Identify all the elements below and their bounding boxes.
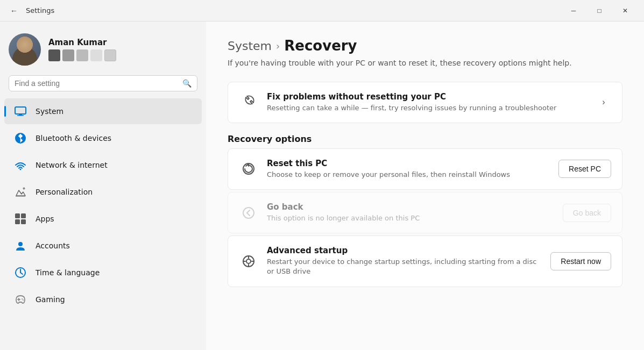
reset-pc-title: Reset this PC: [267, 159, 550, 168]
advanced-startup-card: Advanced startup Restart your device to …: [228, 235, 622, 287]
goback-button: Go back: [563, 204, 611, 222]
svg-rect-0: [15, 107, 26, 114]
reset-pc-desc: Choose to keep or remove your personal f…: [267, 170, 550, 180]
svg-point-17: [23, 299, 24, 301]
monitor-icon: [13, 104, 28, 119]
color-squares: [48, 49, 116, 61]
page-description: If you're having trouble with your PC or…: [228, 58, 622, 69]
sidebar-item-accounts[interactable]: Accounts: [4, 233, 202, 259]
goback-text: Go back This option is no longer availab…: [267, 202, 554, 223]
advanced-startup-row: Advanced startup Restart your device to …: [228, 236, 622, 286]
app-body: Aman Kumar 🔍: [0, 22, 644, 350]
svg-rect-9: [21, 219, 26, 224]
reset-pc-button[interactable]: Reset PC: [558, 160, 611, 178]
goback-row: Go back This option is no longer availab…: [228, 192, 622, 233]
svg-line-13: [20, 273, 23, 274]
sidebar-item-apps[interactable]: Apps: [4, 206, 202, 232]
breadcrumb: System › Recovery: [228, 38, 622, 54]
fix-problems-row: Fix problems without resetting your PC R…: [228, 82, 622, 123]
reset-pc-row: Reset this PC Choose to keep or remove y…: [228, 149, 622, 189]
svg-point-4: [20, 169, 22, 170]
minimize-button[interactable]: ─: [561, 2, 586, 19]
breadcrumb-parent: System: [228, 39, 272, 53]
svg-rect-8: [15, 219, 20, 224]
user-profile: Aman Kumar: [0, 28, 206, 75]
search-container: 🔍: [0, 75, 206, 98]
app-title: Settings: [26, 6, 54, 15]
fix-problems-card: Fix problems without resetting your PC R…: [228, 82, 622, 123]
sidebar-item-label-bluetooth: Bluetooth & devices: [36, 134, 111, 142]
fix-problems-text: Fix problems without resetting your PC R…: [267, 92, 588, 113]
title-bar-left: ← Settings: [6, 3, 54, 18]
color-square-1: [48, 49, 60, 61]
back-button[interactable]: ←: [6, 3, 22, 18]
advanced-startup-title: Advanced startup: [267, 246, 542, 255]
color-square-5: [104, 49, 116, 61]
sidebar-item-gaming[interactable]: Gaming: [4, 287, 202, 312]
accounts-icon: [13, 238, 28, 253]
color-square-3: [76, 49, 88, 61]
sidebar-item-label-system: System: [36, 107, 63, 116]
advanced-startup-text: Advanced startup Restart your device to …: [267, 246, 542, 276]
reset-pc-card: Reset this PC Choose to keep or remove y…: [228, 148, 622, 190]
search-input[interactable]: [15, 79, 178, 88]
sidebar-item-label-personalization: Personalization: [36, 188, 93, 196]
fix-problems-desc: Resetting can take a while — first, try …: [267, 103, 588, 113]
reset-pc-text: Reset this PC Choose to keep or remove y…: [267, 159, 550, 180]
sidebar-item-label-accounts: Accounts: [36, 241, 70, 250]
svg-rect-6: [15, 213, 20, 218]
personalization-icon: [13, 184, 28, 199]
breadcrumb-current: Recovery: [284, 38, 357, 54]
reset-pc-action: Reset PC: [558, 160, 611, 178]
sidebar-item-label-gaming: Gaming: [36, 295, 65, 304]
goback-card: Go back This option is no longer availab…: [228, 192, 622, 233]
search-box: 🔍: [9, 75, 197, 91]
maximize-button[interactable]: □: [587, 2, 612, 19]
goback-action: Go back: [563, 204, 611, 222]
advanced-startup-icon: [239, 252, 258, 271]
sidebar-item-bluetooth[interactable]: Bluetooth & devices: [4, 125, 202, 151]
advanced-startup-desc: Restart your device to change startup se…: [267, 257, 542, 276]
svg-point-10: [18, 242, 23, 246]
window-controls: ─ □ ✕: [561, 2, 638, 19]
wrench-icon: [239, 92, 258, 112]
sidebar-item-personalization[interactable]: Personalization: [4, 179, 202, 205]
sidebar-item-time[interactable]: Time & language: [4, 260, 202, 285]
sidebar-item-label-apps: Apps: [36, 215, 54, 223]
sidebar-item-label-time: Time & language: [36, 268, 100, 277]
reset-icon: [239, 159, 258, 178]
avatar: [9, 33, 41, 66]
svg-point-19: [243, 208, 254, 218]
close-button[interactable]: ✕: [613, 2, 638, 19]
goback-icon: [239, 203, 258, 223]
sidebar-item-label-network: Network & internet: [36, 161, 108, 169]
svg-rect-1: [19, 114, 22, 115]
breadcrumb-separator: ›: [276, 40, 280, 52]
recovery-section-title: Recovery options: [228, 134, 622, 144]
goback-desc: This option is no longer available on th…: [267, 213, 554, 223]
restart-now-button[interactable]: Restart now: [550, 252, 611, 270]
svg-rect-7: [21, 213, 26, 218]
main-content: System › Recovery If you're having troub…: [206, 22, 644, 350]
time-icon: [13, 265, 28, 280]
goback-title: Go back: [267, 202, 554, 212]
gaming-icon: [13, 292, 28, 307]
svg-point-21: [246, 259, 251, 263]
color-square-2: [62, 49, 74, 61]
bluetooth-icon: [13, 131, 28, 146]
advanced-startup-action: Restart now: [550, 252, 611, 270]
fix-problems-chevron[interactable]: ›: [596, 95, 611, 110]
apps-icon: [13, 211, 28, 226]
sidebar-item-network[interactable]: Network & internet: [4, 152, 202, 178]
sidebar-item-system[interactable]: System: [4, 98, 202, 124]
title-bar: ← Settings ─ □ ✕: [0, 0, 644, 22]
sidebar: Aman Kumar 🔍: [0, 22, 206, 350]
user-info: Aman Kumar: [48, 38, 116, 61]
network-icon: [13, 158, 28, 173]
fix-problems-title: Fix problems without resetting your PC: [267, 92, 588, 102]
user-name: Aman Kumar: [48, 38, 116, 47]
search-icon: 🔍: [182, 79, 192, 88]
color-square-4: [90, 49, 102, 61]
fix-problems-action: ›: [596, 95, 611, 110]
svg-rect-2: [17, 115, 24, 116]
